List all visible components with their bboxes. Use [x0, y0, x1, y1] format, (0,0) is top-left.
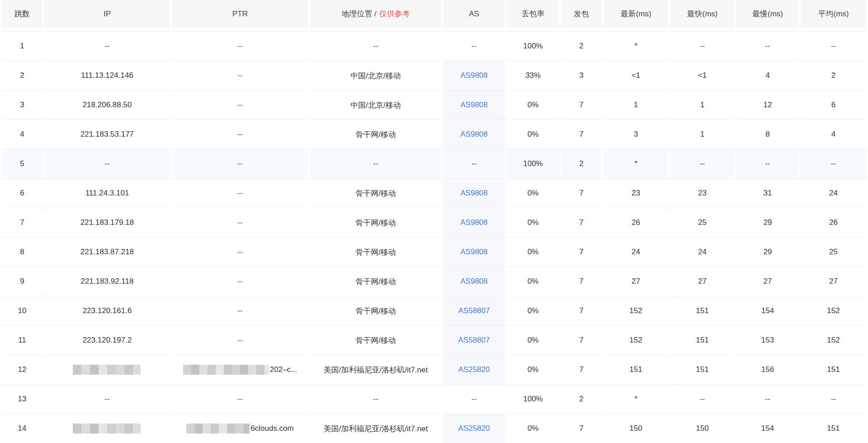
- header-row: 跳数 IP PTR 地理位置 /仅供参考 AS 丢包率 发包 最新(ms) 最快…: [2, 0, 866, 32]
- slowest-cell: 153: [736, 326, 799, 355]
- col-header-fastest: 最快(ms): [670, 0, 735, 32]
- average-cell: 26: [801, 208, 866, 238]
- slowest-cell: 154: [736, 296, 799, 326]
- slowest-cell: --: [736, 32, 799, 61]
- ptr-cell: --: [172, 179, 308, 208]
- geo-cell: 骨干网/移动: [310, 296, 441, 326]
- as-link[interactable]: AS9808: [460, 277, 488, 286]
- col-header-ip: IP: [44, 0, 170, 32]
- redacted-ip-mosaic: [73, 365, 141, 375]
- slowest-cell: 27: [736, 267, 799, 296]
- latest-cell: *: [604, 149, 668, 179]
- loss-cell: 100%: [507, 32, 559, 61]
- average-cell: 27: [801, 267, 866, 296]
- fastest-cell: --: [670, 32, 735, 61]
- geo-cell: 骨干网/移动: [310, 267, 441, 296]
- hop-cell: 14: [2, 414, 42, 443]
- col-header-ip-label: IP: [104, 10, 111, 19]
- fastest-cell: 1: [670, 120, 735, 149]
- sent-cell: 7: [561, 238, 602, 267]
- table-row: 9221.183.92.118--骨干网/移动AS98080%727272727: [2, 267, 866, 296]
- latest-cell: *: [604, 385, 668, 414]
- geo-cell: 美国/加利福尼亚/洛杉矶/it7.net: [310, 355, 441, 385]
- as-link[interactable]: AS25820: [458, 424, 490, 433]
- fastest-cell: 25: [670, 208, 735, 238]
- as-link[interactable]: AS9808: [460, 100, 488, 109]
- sent-cell: 2: [561, 32, 602, 61]
- fastest-cell: 23: [670, 179, 735, 208]
- table-row: 4221.183.53.177--骨干网/移动AS98080%73184: [2, 120, 866, 149]
- sent-cell: 7: [561, 120, 602, 149]
- geo-cell: 中国/北京/移动: [310, 91, 441, 120]
- ip-cell: 223.120.197.2: [44, 326, 170, 355]
- hop-cell: 12: [2, 355, 42, 385]
- latest-cell: 152: [604, 326, 668, 355]
- fastest-cell: 151: [670, 355, 735, 385]
- geo-cell: 美国/加利福尼亚/洛杉矶/it7.net: [310, 414, 441, 443]
- slowest-cell: 8: [736, 120, 799, 149]
- as-cell: AS9808: [443, 91, 505, 120]
- hop-cell: 5: [2, 149, 42, 179]
- geo-cell: 中国/北京/移动: [310, 61, 441, 91]
- average-cell: 152: [801, 326, 866, 355]
- latest-cell: 152: [604, 296, 668, 326]
- as-cell: AS9808: [443, 267, 505, 296]
- fastest-cell: 27: [670, 267, 735, 296]
- as-cell: --: [443, 32, 505, 61]
- as-link[interactable]: AS9808: [460, 130, 488, 138]
- col-header-sent: 发包: [561, 0, 602, 32]
- as-link[interactable]: AS9808: [460, 71, 488, 80]
- as-link[interactable]: AS58807: [458, 306, 490, 315]
- hop-cell: 1: [2, 32, 42, 61]
- ptr-cell: --: [172, 296, 308, 326]
- slowest-cell: 156: [736, 355, 799, 385]
- latest-cell: *: [604, 32, 668, 61]
- table-row: 11223.120.197.2--骨干网/移动AS588070%71521511…: [2, 326, 866, 355]
- slowest-cell: --: [736, 385, 799, 414]
- sent-cell: 7: [561, 208, 602, 238]
- redacted-ptr-mosaic: [186, 424, 250, 433]
- table-row: 7221.183.179.18--骨干网/移动AS98080%726252926: [2, 208, 866, 238]
- as-link[interactable]: AS9808: [460, 248, 488, 256]
- ip-cell: --: [44, 385, 170, 414]
- traceroute-table: 跳数 IP PTR 地理位置 /仅供参考 AS 丢包率 发包 最新(ms) 最快…: [0, 0, 868, 443]
- as-link[interactable]: AS58807: [458, 336, 490, 344]
- col-header-average: 平均(ms): [801, 0, 866, 32]
- table-row: 10223.120.161.6--骨干网/移动AS588070%71521511…: [2, 296, 866, 326]
- as-link[interactable]: AS9808: [460, 218, 488, 227]
- as-cell: AS58807: [443, 296, 505, 326]
- col-header-sent-label: 发包: [574, 9, 589, 19]
- slowest-cell: 29: [736, 208, 799, 238]
- as-link[interactable]: AS9808: [460, 189, 488, 197]
- average-cell: --: [801, 32, 866, 61]
- loss-cell: 0%: [507, 120, 559, 149]
- ptr-cell: --: [172, 32, 308, 61]
- ip-cell: --: [44, 32, 170, 61]
- average-cell: 4: [801, 120, 866, 149]
- as-cell: AS58807: [443, 326, 505, 355]
- sent-cell: 2: [561, 149, 602, 179]
- hop-cell: 13: [2, 385, 42, 414]
- as-link[interactable]: AS25820: [458, 365, 490, 374]
- fastest-cell: 1: [670, 91, 735, 120]
- fastest-cell: 150: [670, 414, 735, 443]
- as-cell: AS25820: [443, 414, 505, 443]
- loss-cell: 0%: [507, 296, 559, 326]
- loss-cell: 0%: [507, 208, 559, 238]
- redacted-ptr-mosaic: [183, 365, 269, 375]
- average-cell: 151: [801, 414, 866, 443]
- ip-cell: 221.183.92.118: [44, 267, 170, 296]
- latest-cell: 24: [604, 238, 668, 267]
- ptr-cell: --: [172, 61, 308, 91]
- redacted-ip-mosaic: [73, 424, 141, 433]
- fastest-cell: 151: [670, 296, 735, 326]
- ptr-cell: 6clouds.com: [172, 414, 308, 443]
- sent-cell: 3: [561, 61, 602, 91]
- col-header-latest-label: 最新(ms): [621, 9, 651, 19]
- col-header-slowest-label: 最慢(ms): [752, 9, 783, 19]
- sent-cell: 7: [561, 414, 602, 443]
- table-row: 8221.183.87.218--骨干网/移动AS98080%724242925: [2, 238, 866, 267]
- table-header: 跳数 IP PTR 地理位置 /仅供参考 AS 丢包率 发包 最新(ms) 最快…: [2, 0, 866, 32]
- sent-cell: 7: [561, 326, 602, 355]
- ip-cell: 221.183.53.177: [44, 120, 170, 149]
